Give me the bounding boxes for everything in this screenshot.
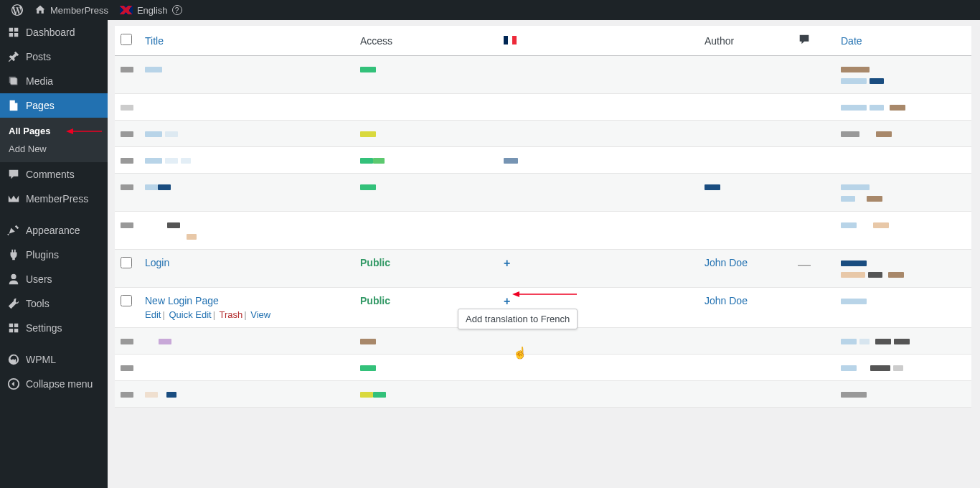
sidebar-collapse[interactable]: Collapse menu — [0, 372, 108, 396]
row-checkbox[interactable] — [121, 295, 132, 306]
admin-topbar: MemberPress English ? — [0, 0, 980, 20]
sidebar-item-users[interactable]: Users — [0, 267, 108, 291]
table-row — [115, 174, 971, 212]
sidebar-item-media[interactable]: Media — [0, 69, 108, 93]
french-flag-icon — [504, 36, 517, 44]
comments-dash: — — [798, 257, 811, 271]
access-public: Public — [360, 295, 390, 306]
table-row — [115, 355, 971, 381]
access-public: Public — [360, 257, 390, 268]
svg-marker-2 — [512, 291, 519, 297]
sidebar-label: Settings — [26, 322, 62, 334]
comments-icon — [7, 168, 20, 181]
sidebar-item-memberpress[interactable]: MemberPress — [0, 187, 108, 211]
table-row — [115, 94, 971, 121]
collapse-icon — [7, 377, 20, 390]
row-checkbox[interactable] — [121, 257, 132, 268]
main-content: Title Access Author Date — [108, 20, 980, 488]
wpml-icon — [7, 353, 20, 366]
wp-logo-menu[interactable] — [6, 0, 29, 20]
header-date[interactable]: Date — [841, 35, 862, 47]
comments-column-icon — [798, 33, 811, 46]
sidebar-item-plugins[interactable]: Plugins — [0, 243, 108, 267]
sidebar-sub-label: Add New — [9, 144, 47, 154]
sidebar-label: Plugins — [26, 249, 59, 261]
sidebar-item-pages[interactable]: Pages — [0, 93, 108, 118]
sidebar-label: Pages — [26, 100, 55, 111]
sidebar-label: Collapse menu — [26, 378, 93, 390]
arrow-annotation — [512, 291, 577, 298]
svg-marker-0 — [66, 128, 73, 134]
header-title[interactable]: Title — [145, 35, 164, 47]
sidebar-label: MemberPress — [26, 193, 88, 205]
sidebar-label: Posts — [26, 51, 51, 62]
language-switcher[interactable]: English ? — [114, 0, 188, 20]
language-label: English — [137, 5, 168, 16]
sidebar-item-appearance[interactable]: Appearance — [0, 218, 108, 243]
media-icon — [7, 75, 20, 88]
header-access: Access — [354, 26, 498, 56]
table-row — [115, 147, 971, 174]
sidebar-sub-add-new[interactable]: Add New — [0, 140, 108, 158]
pin-icon — [7, 50, 20, 63]
site-name: MemberPress — [50, 5, 108, 16]
sidebar-submenu-pages: All Pages Add New — [0, 118, 108, 162]
sidebar-sub-label: All Pages — [9, 126, 51, 136]
table-row — [115, 328, 971, 355]
row-actions: Edit| Quick Edit| Trash| View — [145, 309, 349, 320]
site-home-link[interactable]: MemberPress — [29, 0, 114, 20]
dashboard-icon — [7, 26, 20, 39]
sidebar-label: Users — [26, 273, 52, 285]
sidebar-item-settings[interactable]: Settings — [0, 316, 108, 340]
add-translation-icon[interactable]: + — [504, 295, 510, 308]
users-icon — [7, 273, 20, 286]
page-title-login[interactable]: Login — [145, 257, 169, 268]
wordpress-icon — [11, 4, 23, 16]
sidebar-item-dashboard[interactable]: Dashboard — [0, 20, 108, 44]
table-row — [115, 56, 971, 94]
table-row — [115, 212, 971, 250]
sidebar-label: Media — [26, 75, 53, 87]
sidebar-label: Tools — [26, 298, 50, 309]
home-icon — [34, 4, 46, 16]
action-trash[interactable]: Trash — [219, 309, 242, 320]
page-title-new-login[interactable]: New Login Page — [145, 295, 219, 306]
table-row-login: Login Public + John Doe — — [115, 250, 971, 288]
help-icon: ? — [172, 5, 182, 15]
cursor-pointer-icon: ☝ — [513, 346, 527, 360]
pages-table: Title Access Author Date — [115, 26, 971, 408]
admin-sidebar: Dashboard Posts Media Pages All Pages Ad… — [0, 20, 108, 488]
sidebar-label: WPML — [26, 354, 56, 365]
settings-icon — [7, 322, 20, 334]
tools-icon — [7, 297, 20, 310]
sidebar-item-posts[interactable]: Posts — [0, 44, 108, 69]
arrow-annotation — [66, 128, 102, 134]
table-row — [115, 381, 971, 408]
sidebar-item-comments[interactable]: Comments — [0, 162, 108, 187]
tooltip-add-translation: Add translation to French — [458, 309, 578, 329]
sidebar-label: Appearance — [26, 225, 80, 236]
header-author: Author — [699, 26, 792, 56]
sidebar-item-tools[interactable]: Tools — [0, 291, 108, 316]
add-translation-icon[interactable]: + — [504, 257, 510, 270]
action-quick-edit[interactable]: Quick Edit — [169, 309, 211, 320]
appearance-icon — [7, 224, 20, 237]
memberpress-icon — [7, 192, 20, 205]
author-link[interactable]: John Doe — [705, 295, 748, 306]
table-header-row: Title Access Author Date — [115, 26, 971, 56]
pages-icon — [7, 99, 20, 112]
sidebar-item-wpml[interactable]: WPML — [0, 347, 108, 372]
action-view[interactable]: View — [250, 309, 270, 320]
plugins-icon — [7, 248, 20, 261]
action-edit[interactable]: Edit — [145, 309, 161, 320]
table-row — [115, 121, 971, 147]
sidebar-label: Comments — [26, 169, 75, 180]
uk-flag-icon — [120, 6, 133, 14]
sidebar-sub-all-pages[interactable]: All Pages — [0, 122, 108, 140]
sidebar-label: Dashboard — [26, 27, 75, 38]
select-all-checkbox[interactable] — [121, 34, 132, 45]
author-link[interactable]: John Doe — [705, 257, 748, 268]
